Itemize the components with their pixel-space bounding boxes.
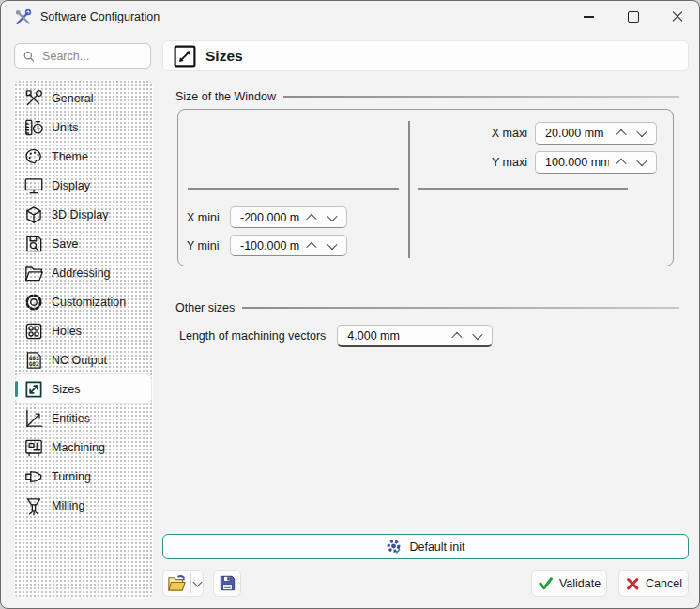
app-tools-icon — [13, 8, 32, 26]
y-mini-row: Y mini — [187, 235, 347, 256]
default-init-label: Default init — [409, 540, 464, 554]
close-button[interactable] — [655, 1, 699, 33]
sidebar-item-label: Addressing — [52, 266, 111, 280]
sidebar-item-addressing[interactable]: Addressing — [16, 258, 151, 287]
sidebar-item-save[interactable]: Save — [16, 229, 151, 258]
x-mini-down-button[interactable] — [322, 208, 342, 227]
nc-output-icon: G01 G02 — [23, 349, 45, 372]
sidebar-item-label: Display — [52, 179, 90, 192]
software-configuration-window: Software Configuration General — [0, 0, 700, 609]
y-mini-down-button[interactable] — [322, 236, 342, 255]
validate-button[interactable]: Validate — [531, 570, 607, 597]
chevron-down-icon — [473, 328, 483, 339]
y-maxi-down-button[interactable] — [632, 153, 652, 172]
sidebar-item-entities[interactable]: Entities — [16, 403, 151, 433]
tools-icon — [23, 87, 45, 110]
search-box — [14, 43, 151, 69]
sidebar-item-milling[interactable]: Milling — [16, 491, 151, 520]
open-config-split-button[interactable] — [162, 570, 204, 597]
sidebar-item-sizes[interactable]: Sizes — [16, 374, 151, 403]
vector-length-spinner — [337, 325, 493, 347]
y-maxi-input[interactable] — [543, 155, 611, 170]
sidebar-item-turning[interactable]: Turning — [16, 462, 151, 491]
y-mini-input[interactable] — [238, 238, 301, 253]
maximize-icon — [628, 11, 639, 23]
sizes-header-icon — [173, 44, 197, 69]
cancel-button[interactable]: Cancel — [618, 570, 689, 597]
x-maxi-row: X maxi — [473, 122, 657, 145]
sidebar-item-units[interactable]: Units — [16, 113, 151, 142]
sidebar-item-3d-display[interactable]: 3D Display — [16, 200, 151, 229]
minimize-icon — [584, 16, 594, 17]
sidebar-item-label: Units — [52, 121, 78, 134]
sidebar-item-customization[interactable]: Customization — [16, 287, 151, 316]
y-maxi-label: Y maxi — [473, 156, 527, 169]
units-icon — [23, 116, 45, 139]
cube-icon — [23, 204, 45, 226]
sidebar-item-display[interactable]: Display — [16, 171, 151, 200]
x-mini-label: X mini — [187, 211, 222, 224]
check-icon — [538, 575, 554, 591]
search-icon — [23, 49, 35, 64]
vector-length-row: Length of machining vectors — [179, 325, 493, 347]
chevron-up-icon — [306, 241, 316, 251]
sidebar-item-label: Milling — [52, 499, 84, 512]
x-maxi-input[interactable] — [543, 126, 611, 141]
milling-icon — [23, 495, 45, 517]
sidebar-item-theme[interactable]: Theme — [16, 142, 151, 171]
group-rule — [283, 96, 679, 98]
minimize-button[interactable] — [567, 1, 611, 33]
sidebar-item-holes[interactable]: Holes — [16, 316, 151, 345]
y-mini-label: Y mini — [187, 239, 222, 252]
split-divider — [190, 573, 191, 593]
sidebar-item-label: General — [52, 92, 93, 105]
sidebar-item-label: Sizes — [52, 383, 81, 396]
sidebar-item-label: Theme — [52, 150, 88, 163]
vector-length-up-button[interactable] — [447, 327, 467, 345]
sidebar-item-label: 3D Display — [52, 208, 108, 221]
vector-length-input[interactable] — [345, 328, 447, 343]
x-maxi-down-button[interactable] — [632, 124, 652, 143]
group-title: Other sizes — [175, 301, 235, 314]
chevron-up-icon — [616, 159, 626, 169]
save-disk-icon — [23, 233, 45, 255]
chevron-up-icon — [306, 213, 316, 223]
holes-icon — [23, 320, 45, 343]
validate-label: Validate — [559, 577, 601, 590]
sidebar-item-machining[interactable]: Machining — [16, 433, 151, 462]
sidebar-item-label: NC Output — [52, 354, 107, 367]
sidebar-item-general[interactable]: General — [16, 84, 151, 113]
save-config-button[interactable] — [213, 570, 241, 597]
default-init-button[interactable]: Default init — [162, 534, 689, 559]
sidebar-item-label: Entities — [52, 412, 90, 425]
save-floppy-icon — [218, 573, 237, 593]
chevron-down-icon — [636, 156, 647, 166]
x-mini-spinner — [230, 206, 347, 228]
x-mini-up-button[interactable] — [301, 208, 322, 227]
chevron-down-icon — [636, 127, 647, 137]
x-mini-input[interactable] — [238, 210, 301, 225]
page-title: Sizes — [205, 48, 243, 65]
y-mini-up-button[interactable] — [301, 236, 322, 255]
y-mini-spinner — [230, 235, 347, 256]
chevron-up-icon — [616, 129, 626, 140]
open-folder-icon — [23, 262, 45, 284]
close-icon — [672, 11, 683, 23]
maximize-button[interactable] — [611, 1, 655, 33]
vector-length-down-button[interactable] — [467, 327, 488, 345]
diagonal-arrow-icon — [23, 378, 45, 401]
search-input[interactable] — [40, 49, 143, 64]
axis-vertical-line — [408, 121, 410, 258]
sidebar-item-nc-output[interactable]: G01 G02 NC Output — [16, 345, 151, 374]
chevron-down-icon — [327, 238, 337, 249]
turning-icon — [23, 465, 45, 488]
x-maxi-up-button[interactable] — [611, 124, 632, 143]
y-maxi-up-button[interactable] — [611, 153, 632, 172]
cross-icon — [625, 576, 640, 591]
sidebar-item-label: Customization — [52, 296, 126, 309]
sidebar-item-label: Turning — [52, 470, 91, 483]
palette-icon — [23, 145, 45, 168]
chevron-up-icon — [452, 331, 463, 342]
group-rule — [242, 307, 679, 309]
y-maxi-row: Y maxi — [473, 151, 657, 174]
